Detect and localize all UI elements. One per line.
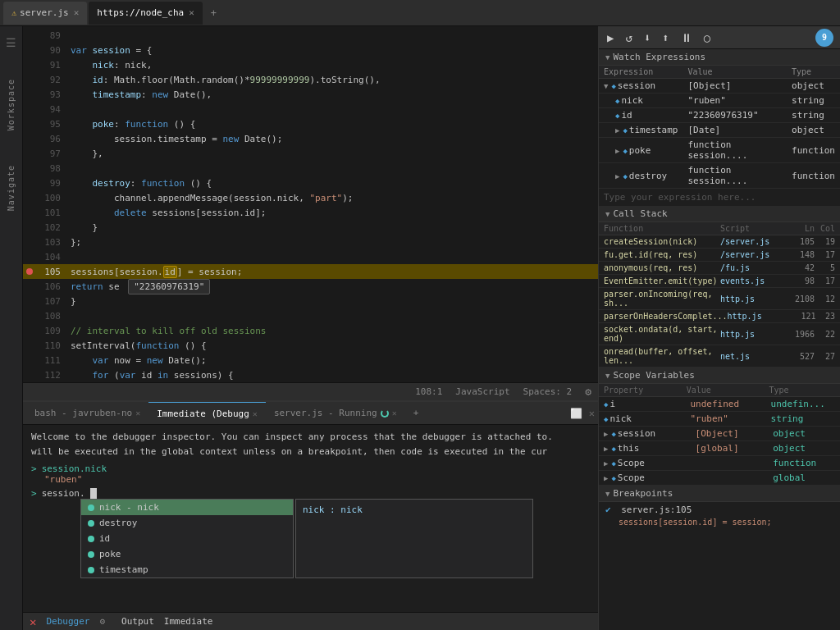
scope-row-this: ▶◆ this [global] object bbox=[599, 441, 840, 456]
spaces-indicator: Spaces: 2 bbox=[523, 386, 573, 397]
code-line-112: 112 for (var id in sessions) { bbox=[23, 368, 598, 382]
language-indicator: JavaScript bbox=[455, 386, 509, 397]
autocomplete-item-poke[interactable]: poke bbox=[81, 546, 293, 562]
sidebar-icon-file[interactable]: ☰ bbox=[2, 33, 20, 52]
debug-circle-btn[interactable]: ○ bbox=[702, 30, 712, 46]
code-line-89: 89 bbox=[23, 28, 598, 43]
debugger-error-icon: ✕ bbox=[30, 615, 36, 628]
code-line-106: 106 return se "22360976319" bbox=[23, 279, 598, 294]
debug-bottom-footer: ✕ Debugger ⚙ Output Immediate bbox=[23, 612, 598, 630]
breakpoint-code-text: sessions[session.id] = session; bbox=[599, 518, 840, 527]
code-line-107: 107 } bbox=[23, 294, 598, 308]
code-line-110: 110 setInterval(function () { bbox=[23, 338, 598, 353]
panel-maximize-icon[interactable]: ⬜ bbox=[570, 408, 582, 419]
sidebar-navigate-label: Navigate bbox=[7, 165, 16, 211]
autocomplete-list[interactable]: nick - nick destroy id bbox=[80, 499, 294, 578]
terminal-cmd-1: session.nick bbox=[42, 463, 107, 474]
autocomplete-timestamp-label: timestamp bbox=[99, 564, 148, 575]
tab-server-js-close[interactable]: ✕ bbox=[74, 7, 80, 18]
warning-icon: ⚠ bbox=[11, 8, 16, 17]
breakpoint-item-0[interactable]: ✔ server.js:105 bbox=[599, 502, 840, 518]
watch-expressions-section: ▼ Watch Expressions Expression Value Typ… bbox=[599, 49, 840, 206]
tab-node-chat-close[interactable]: ✕ bbox=[189, 7, 194, 18]
code-line-108: 108 bbox=[23, 308, 598, 323]
callstack-row-2[interactable]: anonymous(req, res) /fu.js 42 5 bbox=[599, 262, 840, 275]
tab-node-chat[interactable]: https://node_cha ✕ bbox=[89, 2, 203, 25]
tab-node-chat-label: https://node_cha bbox=[97, 7, 184, 18]
code-line-102: 102 } bbox=[23, 220, 598, 235]
code-line-94: 94 bbox=[23, 102, 598, 116]
breakpoints-header[interactable]: ▼ Breakpoints bbox=[599, 486, 840, 502]
tab-server-running[interactable]: server.js - Running ✕ bbox=[266, 402, 405, 424]
debug-refresh-btn[interactable]: ↺ bbox=[623, 30, 633, 46]
autocomplete-item-timestamp[interactable]: timestamp bbox=[81, 562, 293, 578]
autocomplete-item-id[interactable]: id bbox=[81, 531, 293, 546]
terminal-prompt-1: > session.nick bbox=[31, 463, 590, 474]
autocomplete-item-nick[interactable]: nick - nick bbox=[81, 500, 293, 515]
callstack-row-6[interactable]: socket.ondata(d, start, end) http.js 196… bbox=[599, 323, 840, 345]
callstack-row-1[interactable]: fu.get.id(req, res) /server.js 148 17 bbox=[599, 249, 840, 262]
autocomplete-dot-icon-4 bbox=[88, 551, 94, 558]
panel-close-icon[interactable]: ✕ bbox=[589, 408, 595, 419]
callstack-row-4[interactable]: parser.onIncoming(req, sh... http.js 210… bbox=[599, 288, 840, 310]
tab-bash[interactable]: bash - javruben-no ✕ bbox=[26, 402, 148, 424]
autocomplete-detail-panel: nick : nick bbox=[295, 499, 533, 578]
tab-add-button[interactable]: + bbox=[204, 4, 223, 22]
tab-immediate-close[interactable]: ✕ bbox=[253, 409, 258, 418]
output-button[interactable]: Output bbox=[121, 616, 154, 627]
scope-col-headers: Property Value Type bbox=[599, 384, 840, 397]
breakpoints-arrow-icon: ▼ bbox=[605, 490, 609, 498]
watch-row-nick: ◆nick "ruben" string bbox=[599, 94, 840, 108]
gear-icon-bottom[interactable]: ⚙ bbox=[99, 616, 105, 627]
watch-col-expression: Expression bbox=[599, 66, 682, 79]
breakpoint-check-icon[interactable]: ✔ bbox=[605, 504, 611, 515]
settings-gear-icon[interactable]: ⚙ bbox=[585, 386, 591, 398]
scope-variables-title: Scope Variables bbox=[613, 370, 694, 381]
callstack-row-3[interactable]: EventEmitter.emit(type) events.js 98 17 bbox=[599, 275, 840, 288]
bottom-tab-bar: bash - javruben-no ✕ Immediate (Debugg ✕… bbox=[23, 402, 598, 425]
code-line-95: 95 poke: function () { bbox=[23, 116, 598, 131]
code-line-105: 105 sessions[session.id] = session; bbox=[23, 264, 598, 279]
scope-variables-header[interactable]: ▼ Scope Variables bbox=[599, 368, 840, 384]
scope-row-session: ▶◆ session [Object] object bbox=[599, 427, 840, 441]
watch-expressions-header[interactable]: ▼ Watch Expressions bbox=[599, 49, 840, 66]
tab-server-running-close[interactable]: ✕ bbox=[392, 409, 397, 418]
watch-arrow-icon: ▼ bbox=[605, 53, 609, 62]
callstack-arrow-icon: ▼ bbox=[605, 210, 609, 218]
tab-bash-close[interactable]: ✕ bbox=[135, 409, 140, 418]
scope-variables-section: ▼ Scope Variables Property Value Type ◆ … bbox=[599, 368, 840, 486]
terminal-current-input[interactable]: session. bbox=[42, 488, 85, 499]
debug-stepover-btn[interactable]: ⬇ bbox=[642, 30, 652, 46]
autocomplete-item-destroy[interactable]: destroy bbox=[81, 515, 293, 531]
callstack-row-7[interactable]: onread(buffer, offset, len... net.js 527… bbox=[599, 345, 840, 368]
code-line-99: 99 destroy: function () { bbox=[23, 176, 598, 190]
debug-play-btn[interactable]: ▶ bbox=[605, 30, 615, 46]
tab-add-bottom[interactable]: + bbox=[405, 402, 427, 424]
scope-row-scope-global: ▶◆ Scope global bbox=[599, 471, 840, 486]
user-avatar: 9 bbox=[815, 29, 833, 47]
code-line-92: 92 id: Math.floor(Math.random()*99999999… bbox=[23, 72, 598, 87]
expression-input[interactable] bbox=[599, 189, 840, 206]
scope-row-scope-fn: ▶◆ Scope function bbox=[599, 456, 840, 471]
breakpoint-file-label: server.js:105 bbox=[621, 504, 692, 515]
autocomplete-dot-icon bbox=[88, 504, 94, 511]
callstack-row-0[interactable]: createSession(nick) /server.js 105 19 bbox=[599, 235, 840, 249]
debug-pause-btn[interactable]: ⏸ bbox=[679, 30, 694, 46]
tab-server-js[interactable]: ⚠ server.js ✕ bbox=[3, 2, 87, 25]
call-stack-section: ▼ Call Stack Function Script Ln Col crea… bbox=[599, 206, 840, 368]
code-line-100: 100 channel.appendMessage(session.nick, … bbox=[23, 190, 598, 205]
immediate-button[interactable]: Immediate bbox=[164, 616, 213, 627]
call-stack-title: Call Stack bbox=[613, 208, 667, 219]
tab-immediate[interactable]: Immediate (Debugg ✕ bbox=[148, 402, 266, 424]
breakpoints-title: Breakpoints bbox=[613, 488, 673, 499]
autocomplete-dot-icon-2 bbox=[88, 520, 94, 527]
code-line-93: 93 timestamp: new Date(), bbox=[23, 87, 598, 102]
tab-bash-label: bash - javruben-no bbox=[34, 408, 132, 418]
terminal-content[interactable]: Welcome to the debugger inspector. You c… bbox=[23, 425, 598, 612]
callstack-row-5[interactable]: parserOnHeadersComplet... http.js 121 23 bbox=[599, 310, 840, 323]
debug-stepout-btn[interactable]: ⬆ bbox=[660, 30, 670, 46]
bottom-panel: bash - javruben-no ✕ Immediate (Debugg ✕… bbox=[23, 400, 598, 630]
call-stack-header[interactable]: ▼ Call Stack bbox=[599, 206, 840, 222]
watch-row-destroy: ▶◆destroy function session.... function bbox=[599, 163, 840, 189]
panel-action-buttons: ⬜ ✕ bbox=[570, 408, 595, 419]
